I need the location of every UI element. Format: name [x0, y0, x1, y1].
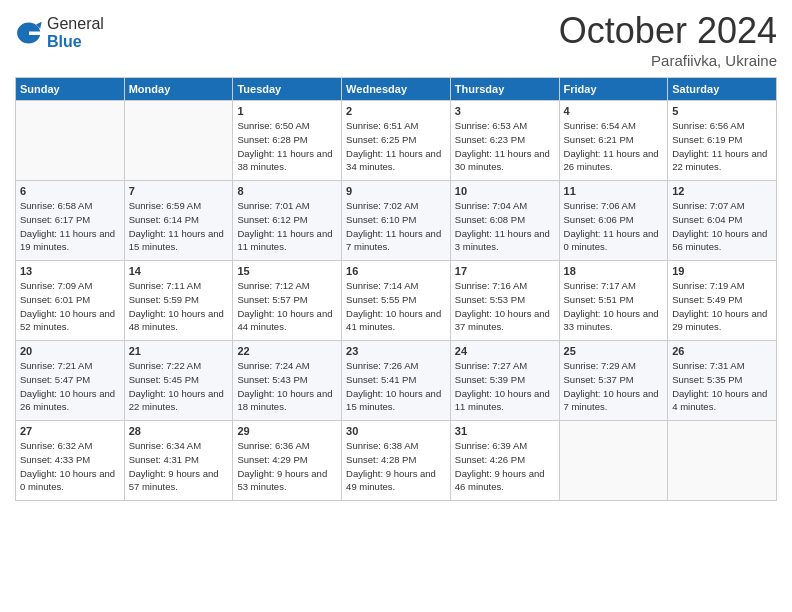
day-cell: 10Sunrise: 7:04 AMSunset: 6:08 PMDayligh…	[450, 181, 559, 261]
page-header: General Blue October 2024 Parafiivka, Uk…	[15, 10, 777, 69]
day-number: 8	[237, 185, 337, 197]
logo: General Blue	[15, 15, 104, 50]
day-number: 5	[672, 105, 772, 117]
day-detail: Sunrise: 7:31 AMSunset: 5:35 PMDaylight:…	[672, 359, 772, 414]
day-number: 19	[672, 265, 772, 277]
logo-text: General Blue	[47, 15, 104, 50]
day-cell: 3Sunrise: 6:53 AMSunset: 6:23 PMDaylight…	[450, 101, 559, 181]
day-number: 31	[455, 425, 555, 437]
day-cell: 30Sunrise: 6:38 AMSunset: 4:28 PMDayligh…	[342, 421, 451, 501]
day-cell: 23Sunrise: 7:26 AMSunset: 5:41 PMDayligh…	[342, 341, 451, 421]
day-number: 14	[129, 265, 229, 277]
day-detail: Sunrise: 6:53 AMSunset: 6:23 PMDaylight:…	[455, 119, 555, 174]
day-detail: Sunrise: 7:02 AMSunset: 6:10 PMDaylight:…	[346, 199, 446, 254]
day-detail: Sunrise: 7:01 AMSunset: 6:12 PMDaylight:…	[237, 199, 337, 254]
day-detail: Sunrise: 7:21 AMSunset: 5:47 PMDaylight:…	[20, 359, 120, 414]
calendar-table: Sunday Monday Tuesday Wednesday Thursday…	[15, 77, 777, 501]
title-block: October 2024 Parafiivka, Ukraine	[559, 10, 777, 69]
day-cell	[559, 421, 668, 501]
day-cell: 14Sunrise: 7:11 AMSunset: 5:59 PMDayligh…	[124, 261, 233, 341]
logo-general: General	[47, 15, 104, 33]
day-cell: 31Sunrise: 6:39 AMSunset: 4:26 PMDayligh…	[450, 421, 559, 501]
col-thursday: Thursday	[450, 78, 559, 101]
col-monday: Monday	[124, 78, 233, 101]
day-number: 17	[455, 265, 555, 277]
day-cell	[668, 421, 777, 501]
day-detail: Sunrise: 6:58 AMSunset: 6:17 PMDaylight:…	[20, 199, 120, 254]
day-cell: 29Sunrise: 6:36 AMSunset: 4:29 PMDayligh…	[233, 421, 342, 501]
day-number: 21	[129, 345, 229, 357]
day-cell: 24Sunrise: 7:27 AMSunset: 5:39 PMDayligh…	[450, 341, 559, 421]
day-cell: 5Sunrise: 6:56 AMSunset: 6:19 PMDaylight…	[668, 101, 777, 181]
day-number: 7	[129, 185, 229, 197]
day-detail: Sunrise: 7:09 AMSunset: 6:01 PMDaylight:…	[20, 279, 120, 334]
week-row-1: 1Sunrise: 6:50 AMSunset: 6:28 PMDaylight…	[16, 101, 777, 181]
day-detail: Sunrise: 7:17 AMSunset: 5:51 PMDaylight:…	[564, 279, 664, 334]
day-cell: 16Sunrise: 7:14 AMSunset: 5:55 PMDayligh…	[342, 261, 451, 341]
day-detail: Sunrise: 7:16 AMSunset: 5:53 PMDaylight:…	[455, 279, 555, 334]
day-number: 18	[564, 265, 664, 277]
day-detail: Sunrise: 6:36 AMSunset: 4:29 PMDaylight:…	[237, 439, 337, 494]
day-detail: Sunrise: 7:22 AMSunset: 5:45 PMDaylight:…	[129, 359, 229, 414]
day-cell: 2Sunrise: 6:51 AMSunset: 6:25 PMDaylight…	[342, 101, 451, 181]
day-number: 4	[564, 105, 664, 117]
day-number: 15	[237, 265, 337, 277]
day-number: 11	[564, 185, 664, 197]
week-row-3: 13Sunrise: 7:09 AMSunset: 6:01 PMDayligh…	[16, 261, 777, 341]
day-cell: 26Sunrise: 7:31 AMSunset: 5:35 PMDayligh…	[668, 341, 777, 421]
day-number: 10	[455, 185, 555, 197]
logo-icon	[15, 19, 43, 47]
day-detail: Sunrise: 6:34 AMSunset: 4:31 PMDaylight:…	[129, 439, 229, 494]
col-tuesday: Tuesday	[233, 78, 342, 101]
week-row-2: 6Sunrise: 6:58 AMSunset: 6:17 PMDaylight…	[16, 181, 777, 261]
day-detail: Sunrise: 7:06 AMSunset: 6:06 PMDaylight:…	[564, 199, 664, 254]
day-cell: 12Sunrise: 7:07 AMSunset: 6:04 PMDayligh…	[668, 181, 777, 261]
page-container: General Blue October 2024 Parafiivka, Uk…	[0, 0, 792, 506]
day-detail: Sunrise: 7:12 AMSunset: 5:57 PMDaylight:…	[237, 279, 337, 334]
week-row-5: 27Sunrise: 6:32 AMSunset: 4:33 PMDayligh…	[16, 421, 777, 501]
day-cell: 18Sunrise: 7:17 AMSunset: 5:51 PMDayligh…	[559, 261, 668, 341]
day-detail: Sunrise: 7:29 AMSunset: 5:37 PMDaylight:…	[564, 359, 664, 414]
day-cell: 7Sunrise: 6:59 AMSunset: 6:14 PMDaylight…	[124, 181, 233, 261]
day-detail: Sunrise: 7:07 AMSunset: 6:04 PMDaylight:…	[672, 199, 772, 254]
day-cell: 21Sunrise: 7:22 AMSunset: 5:45 PMDayligh…	[124, 341, 233, 421]
day-number: 1	[237, 105, 337, 117]
day-number: 26	[672, 345, 772, 357]
day-cell: 8Sunrise: 7:01 AMSunset: 6:12 PMDaylight…	[233, 181, 342, 261]
day-cell: 9Sunrise: 7:02 AMSunset: 6:10 PMDaylight…	[342, 181, 451, 261]
col-friday: Friday	[559, 78, 668, 101]
month-title: October 2024	[559, 10, 777, 52]
day-detail: Sunrise: 6:50 AMSunset: 6:28 PMDaylight:…	[237, 119, 337, 174]
day-number: 13	[20, 265, 120, 277]
day-number: 6	[20, 185, 120, 197]
day-number: 16	[346, 265, 446, 277]
location: Parafiivka, Ukraine	[559, 52, 777, 69]
day-number: 27	[20, 425, 120, 437]
week-row-4: 20Sunrise: 7:21 AMSunset: 5:47 PMDayligh…	[16, 341, 777, 421]
day-cell: 25Sunrise: 7:29 AMSunset: 5:37 PMDayligh…	[559, 341, 668, 421]
day-detail: Sunrise: 6:59 AMSunset: 6:14 PMDaylight:…	[129, 199, 229, 254]
day-cell: 19Sunrise: 7:19 AMSunset: 5:49 PMDayligh…	[668, 261, 777, 341]
day-detail: Sunrise: 7:26 AMSunset: 5:41 PMDaylight:…	[346, 359, 446, 414]
day-detail: Sunrise: 7:14 AMSunset: 5:55 PMDaylight:…	[346, 279, 446, 334]
day-cell: 6Sunrise: 6:58 AMSunset: 6:17 PMDaylight…	[16, 181, 125, 261]
logo-blue: Blue	[47, 33, 104, 51]
col-sunday: Sunday	[16, 78, 125, 101]
day-number: 23	[346, 345, 446, 357]
day-detail: Sunrise: 7:24 AMSunset: 5:43 PMDaylight:…	[237, 359, 337, 414]
day-number: 25	[564, 345, 664, 357]
day-detail: Sunrise: 6:54 AMSunset: 6:21 PMDaylight:…	[564, 119, 664, 174]
day-number: 3	[455, 105, 555, 117]
day-number: 28	[129, 425, 229, 437]
day-detail: Sunrise: 6:39 AMSunset: 4:26 PMDaylight:…	[455, 439, 555, 494]
header-row: Sunday Monday Tuesday Wednesday Thursday…	[16, 78, 777, 101]
day-detail: Sunrise: 6:51 AMSunset: 6:25 PMDaylight:…	[346, 119, 446, 174]
day-number: 22	[237, 345, 337, 357]
day-number: 24	[455, 345, 555, 357]
day-number: 29	[237, 425, 337, 437]
day-cell: 28Sunrise: 6:34 AMSunset: 4:31 PMDayligh…	[124, 421, 233, 501]
col-wednesday: Wednesday	[342, 78, 451, 101]
day-cell	[16, 101, 125, 181]
day-cell: 17Sunrise: 7:16 AMSunset: 5:53 PMDayligh…	[450, 261, 559, 341]
day-detail: Sunrise: 6:32 AMSunset: 4:33 PMDaylight:…	[20, 439, 120, 494]
